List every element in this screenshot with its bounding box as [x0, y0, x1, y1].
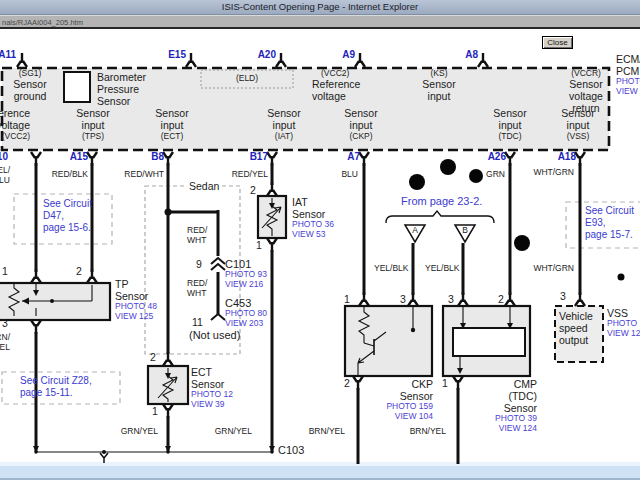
- sensor-input-tps-label: Sensorinput (TPS): [66, 107, 120, 141]
- wire-color-brn-yel-1: BRN/YEL: [299, 426, 345, 436]
- pin-label-a8[interactable]: A8: [452, 49, 478, 61]
- wire-color-red-yel: RED/YEL: [226, 169, 268, 179]
- ect-pin-1: 1: [152, 405, 158, 417]
- c453-view-link[interactable]: VIEW 203: [225, 319, 267, 329]
- triangle-a-letter: A: [408, 225, 422, 235]
- pin-label-a18[interactable]: A18: [550, 151, 576, 163]
- c101-view-link[interactable]: VIEW 216: [225, 280, 267, 290]
- ckp-sensor-label: CKPSensor PHOTO 159 VIEW 104: [373, 378, 433, 421]
- c101-label: C101 PHOTO 93 VIEW 216: [225, 258, 267, 289]
- cmp-pin-3: 3: [448, 293, 454, 305]
- tp-sensor-label: TPSensor PHOTO 48 VIEW 125: [115, 278, 157, 321]
- reference-voltage-label-cut: Reference voltage (VCC2): [0, 107, 30, 141]
- cmp-inner-element: [453, 328, 525, 356]
- ckp-pin-3: 3: [400, 293, 406, 305]
- vss-pin-3: 3: [560, 290, 566, 302]
- see-circuit-d47-note[interactable]: See CircuitD47,page 15-6.: [43, 198, 92, 234]
- pin-label-a9[interactable]: A9: [330, 49, 355, 61]
- ckp-view-link[interactable]: VIEW 104: [373, 412, 433, 422]
- see-circuit-e93-note[interactable]: See CircuitE93,page 15-7.: [585, 205, 634, 241]
- ect-view-link[interactable]: VIEW 39: [191, 400, 233, 410]
- pin-label-a7[interactable]: A7: [334, 151, 360, 163]
- wire-color-blu: BLU: [328, 169, 358, 179]
- barometer-sensor-label: Barometer Pressure Sensor: [97, 71, 146, 107]
- wire-color-grn: GRN: [467, 169, 505, 179]
- sg1-sensor-ground-label: (SG1) Sensor ground: [6, 68, 54, 102]
- c101-connector-icon: [211, 258, 225, 270]
- c103-bus: [33, 446, 275, 463]
- sensor-input-iat-label: Sensorinput (IAT): [257, 107, 311, 141]
- pin-label-a26[interactable]: A26: [480, 151, 506, 163]
- vss-label: VSS PHOTO VIEW 12: [607, 307, 640, 338]
- see-circuit-z28-note[interactable]: See Circuit Z28,page 15-11.: [20, 375, 92, 399]
- tp-pin-1: 1: [2, 265, 8, 277]
- wire-color-red-wht-sedan-1: RED/WHT: [187, 225, 207, 245]
- sensor-input-ect-label: Sensorinput (ECT): [145, 107, 199, 141]
- wire-color-yel-blk-a: YEL/BLK: [374, 263, 409, 273]
- c103-label: C103: [278, 444, 304, 456]
- iat-pin-1: 1: [256, 239, 262, 251]
- cmp-view-link[interactable]: VIEW 124: [477, 424, 537, 434]
- c101-pin-9: 9: [196, 258, 202, 270]
- wire-color-red-wht: RED/WHT: [122, 169, 164, 179]
- pin-label-b8[interactable]: B8: [140, 151, 164, 163]
- ect-sensor-label: ECTSensor PHOTO 12 VIEW 39: [191, 366, 233, 409]
- pin-label-a20[interactable]: A20: [250, 49, 276, 61]
- wire-color-grn-yel-cut: GRN/YEL: [0, 332, 10, 352]
- ckp-pin-2: 2: [344, 377, 350, 389]
- iat-sensor-label: IATSensor PHOTO 36 VIEW 53: [292, 196, 334, 239]
- triangle-b-letter: B: [458, 225, 472, 235]
- ckp-pin-1: 1: [344, 293, 350, 305]
- vehicle-speed-output-label: Vehiclespeed output: [559, 310, 593, 346]
- wire-color-red-blk: RED/BLK: [46, 169, 88, 179]
- wire-color-grn-yel-2: GRN/YEL: [206, 426, 252, 436]
- junction-dot: [165, 209, 172, 216]
- not-used-label: (Not used): [189, 329, 240, 341]
- tp-view-link[interactable]: VIEW 125: [115, 312, 157, 322]
- sensor-input-tdc-label: Sensorinput (TDC): [483, 107, 537, 141]
- wire-color-red-wht-sedan-2: RED/WHT: [187, 278, 207, 298]
- c453-pin-11: 11: [192, 316, 203, 328]
- vss-view-link[interactable]: VIEW 12: [607, 329, 640, 339]
- cmp-pin-2: 2: [498, 293, 504, 305]
- c453-wire-end-icon: [211, 314, 225, 320]
- browser-window: ISIS-Content Opening Page - Internet Exp…: [0, 0, 640, 480]
- wire-color-yel-blu: YEL/BLU: [0, 165, 10, 185]
- ecm-view-link[interactable]: VIEW: [616, 87, 640, 97]
- iat-pin-2: 2: [250, 184, 256, 196]
- cmp-tdc-sensor-label: CMP(TDC) Sensor PHOTO 39 VIEW 124: [477, 378, 537, 433]
- pin-label-e15[interactable]: E15: [160, 49, 186, 61]
- ecm-pcm-title: ECM/ PCM PHOTO VIEW: [616, 53, 640, 96]
- sensor-input-ckp-label: Sensorinput (CKP): [334, 107, 388, 141]
- from-page-bracket: [386, 211, 494, 223]
- pin-label-a10[interactable]: A10: [0, 151, 8, 163]
- wire-color-wht-grn-1: WHT/GRN: [530, 167, 574, 177]
- wire-color-brn-yel-2: BRN/YEL: [400, 426, 446, 436]
- vcc2-reference-voltage-label: (VCC2) Reference voltage: [312, 68, 360, 102]
- pin-label-a15[interactable]: A15: [62, 151, 88, 163]
- wire-color-yel-blk-b: YEL/BLK: [425, 263, 460, 273]
- from-page-note[interactable]: From page 23-2.: [401, 195, 482, 207]
- wire-color-grn-yel-1: GRN/YEL: [112, 426, 158, 436]
- wire-color-wht-grn-2: WHT/GRN: [530, 263, 574, 273]
- pin-label-a11[interactable]: A11: [0, 49, 16, 61]
- barometer-sensor-box: [64, 72, 90, 102]
- ks-sensor-input-label: (KS) Sensor input: [418, 68, 460, 102]
- eld-label: (ELD): [201, 73, 293, 83]
- sensor-input-vss-label: Sensorinput (VSS): [551, 107, 605, 141]
- iat-view-link[interactable]: VIEW 53: [292, 230, 334, 240]
- close-button[interactable]: Close: [542, 36, 573, 49]
- c453-label: C453 PHOTO 80 VIEW 203: [225, 297, 267, 328]
- cmp-pin-1: 1: [442, 377, 448, 389]
- sedan-label: Sedan: [186, 180, 222, 192]
- tp-pin-3: 3: [2, 317, 8, 329]
- ect-pin-2: 2: [150, 351, 156, 363]
- pin-label-b17[interactable]: B17: [242, 151, 268, 163]
- tp-pin-2: 2: [76, 265, 82, 277]
